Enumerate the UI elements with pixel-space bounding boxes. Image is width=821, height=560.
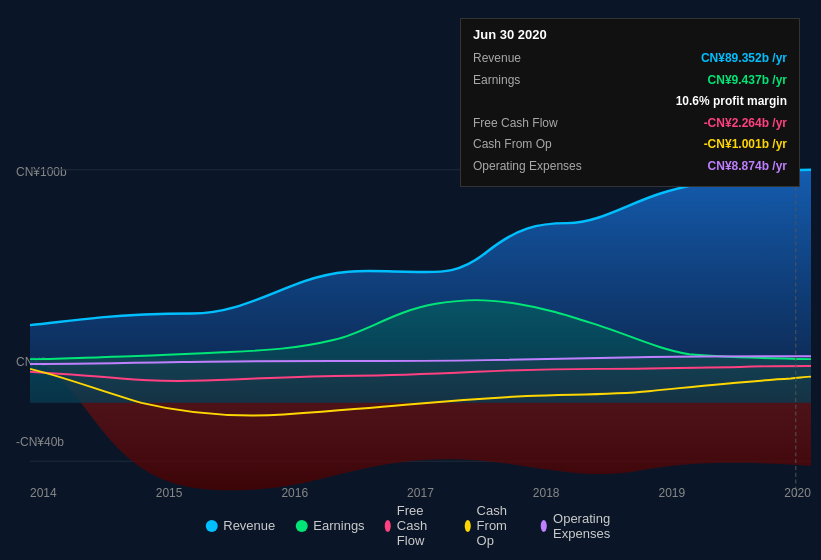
legend-item-fcf[interactable]: Free Cash Flow: [385, 503, 445, 548]
tooltip-row-fcf: Free Cash Flow -CN¥2.264b /yr: [473, 113, 787, 135]
tooltip-label-opex: Operating Expenses: [473, 156, 582, 178]
legend-label-cashop: Cash From Op: [477, 503, 521, 548]
x-label-2019: 2019: [659, 486, 686, 500]
tooltip-row-cashop: Cash From Op -CN¥1.001b /yr: [473, 134, 787, 156]
legend-item-cashop[interactable]: Cash From Op: [464, 503, 520, 548]
legend: Revenue Earnings Free Cash Flow Cash Fro…: [205, 503, 616, 548]
legend-label-revenue: Revenue: [223, 518, 275, 533]
x-label-2020: 2020: [784, 486, 811, 500]
tooltip-row-earnings: Earnings CN¥9.437b /yr: [473, 70, 787, 92]
legend-dot-revenue: [205, 520, 217, 532]
tooltip-row-revenue: Revenue CN¥89.352b /yr: [473, 48, 787, 70]
tooltip-label-revenue: Revenue: [473, 48, 521, 70]
legend-item-opex[interactable]: Operating Expenses: [541, 511, 616, 541]
x-label-2017: 2017: [407, 486, 434, 500]
legend-dot-cashop: [464, 520, 470, 532]
tooltip-value-opex: CN¥8.874b /yr: [708, 156, 787, 178]
chart-area: [30, 160, 811, 500]
tooltip-date: Jun 30 2020: [473, 27, 787, 42]
tooltip-label-earnings: Earnings: [473, 70, 520, 92]
tooltip-row-opex: Operating Expenses CN¥8.874b /yr: [473, 156, 787, 178]
x-axis-labels: 2014 2015 2016 2017 2018 2019 2020: [30, 486, 811, 500]
x-label-2014: 2014: [30, 486, 57, 500]
legend-dot-opex: [541, 520, 547, 532]
tooltip-value-earnings: CN¥9.437b /yr: [708, 70, 787, 92]
tooltip-value-margin: 10.6% profit margin: [676, 91, 787, 113]
tooltip-label-cashop: Cash From Op: [473, 134, 552, 156]
tooltip-row-margin: 10.6% profit margin: [473, 91, 787, 113]
x-label-2016: 2016: [281, 486, 308, 500]
legend-dot-earnings: [295, 520, 307, 532]
tooltip-value-cashop: -CN¥1.001b /yr: [704, 134, 787, 156]
x-label-2015: 2015: [156, 486, 183, 500]
legend-item-revenue[interactable]: Revenue: [205, 518, 275, 533]
legend-label-fcf: Free Cash Flow: [397, 503, 445, 548]
tooltip-value-revenue: CN¥89.352b /yr: [701, 48, 787, 70]
x-label-2018: 2018: [533, 486, 560, 500]
tooltip-label-fcf: Free Cash Flow: [473, 113, 558, 135]
chart-container: Jun 30 2020 Revenue CN¥89.352b /yr Earni…: [0, 0, 821, 560]
legend-label-opex: Operating Expenses: [553, 511, 616, 541]
legend-label-earnings: Earnings: [313, 518, 364, 533]
legend-dot-fcf: [385, 520, 391, 532]
tooltip-box: Jun 30 2020 Revenue CN¥89.352b /yr Earni…: [460, 18, 800, 187]
chart-svg: [30, 160, 811, 500]
tooltip-value-fcf: -CN¥2.264b /yr: [704, 113, 787, 135]
legend-item-earnings[interactable]: Earnings: [295, 518, 364, 533]
